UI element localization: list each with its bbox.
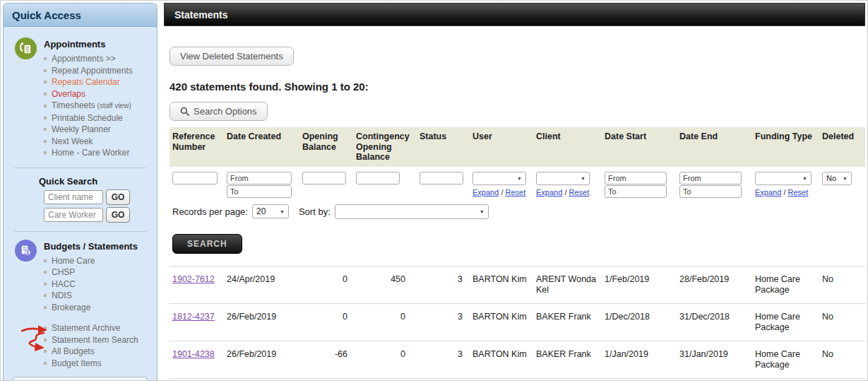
cell-date-created: 26/Feb/2019 bbox=[227, 312, 302, 334]
search-button[interactable]: SEARCH bbox=[172, 234, 242, 254]
sidebar-item-timesheets[interactable]: Timesheets(staff view) bbox=[44, 100, 157, 112]
table-row: 1902-7612 24/Apr/2019 0 450 3 BARTON Kim… bbox=[170, 266, 865, 303]
sidebar-item-weekly-planner[interactable]: Weekly Planner bbox=[44, 124, 157, 136]
bullet-icon bbox=[44, 57, 47, 60]
table-row: 1901-4238 26/Feb/2019 -66 0 3 BARTON Kim… bbox=[170, 341, 865, 379]
sidebar-item-next-week[interactable]: Next Week bbox=[44, 136, 157, 148]
budgets-heading: Budgets / Statements bbox=[44, 240, 157, 252]
sidebar-item-budget-items[interactable]: Budget Items bbox=[44, 358, 157, 370]
records-per-page-label: Records per page: bbox=[172, 206, 248, 217]
sidebar-item-statement-archive[interactable]: Statement Archive bbox=[44, 322, 157, 334]
bullet-icon bbox=[44, 81, 47, 83]
care-worker-go-button[interactable]: GO bbox=[106, 207, 130, 223]
date-end-from-input[interactable] bbox=[679, 172, 742, 184]
search-options-button[interactable]: Search Options bbox=[170, 102, 268, 121]
user-expand-link[interactable]: Expand bbox=[472, 188, 499, 197]
client-go-button[interactable]: GO bbox=[106, 189, 130, 205]
sidebar-item-overlaps[interactable]: Overlaps bbox=[44, 88, 157, 100]
cell-deleted: No bbox=[822, 274, 865, 296]
sidebar-item-home-care[interactable]: Home Care bbox=[44, 255, 157, 267]
cell-opening-balance: 0 bbox=[302, 312, 356, 334]
sidebar-item-brokerage[interactable]: Brokerage bbox=[44, 302, 157, 314]
budgets-list: Home Care CHSP HACC NDIS Brokerage State… bbox=[44, 255, 157, 370]
sidebar-item-repeats-calendar[interactable]: Repeats Calendar bbox=[44, 76, 157, 88]
chevron-down-icon: ▼ bbox=[581, 176, 585, 181]
cell-contingency: 450 bbox=[356, 274, 420, 296]
date-end-to-input[interactable] bbox=[679, 185, 742, 198]
filter-row: ▼ Expand / Reset ▼ Expand / Reset ▼ bbox=[170, 167, 865, 199]
sidebar-item-chsp[interactable]: CHSP bbox=[44, 266, 157, 279]
cell-status: 3 bbox=[420, 274, 472, 296]
chevron-down-icon: ▼ bbox=[517, 176, 522, 181]
care-worker-name-input[interactable] bbox=[44, 208, 103, 222]
cell-date-start: 1/Feb/2019 bbox=[605, 274, 679, 296]
cell-deleted: No bbox=[822, 349, 865, 371]
user-filter-select[interactable]: ▼ bbox=[472, 172, 526, 185]
col-date-start: Date Start bbox=[605, 131, 679, 163]
cell-date-end: 28/Feb/2019 bbox=[679, 274, 755, 296]
sidebar-item-ndis[interactable]: NDIS bbox=[44, 290, 157, 302]
cell-date-created: 26/Feb/2019 bbox=[227, 349, 302, 371]
date-start-to-input[interactable] bbox=[605, 185, 667, 198]
cell-date-start: 1/Dec/2018 bbox=[605, 312, 679, 334]
client-filter-links: Expand / Reset bbox=[536, 188, 605, 197]
sidebar-item-appointments[interactable]: Appointments >> bbox=[44, 53, 157, 65]
bullet-icon bbox=[44, 283, 47, 286]
funding-reset-link[interactable]: Reset bbox=[788, 188, 809, 197]
sidebar-item-printable-schedule[interactable]: Printable Schedule bbox=[44, 112, 157, 124]
cell-user: BARTON Kim bbox=[472, 349, 536, 371]
col-client: Client bbox=[536, 131, 605, 163]
col-user: User bbox=[472, 131, 536, 163]
col-status: Status bbox=[420, 131, 472, 163]
table-row: 1812-4237 26/Feb/2019 0 0 3 BARTON Kim B… bbox=[170, 303, 865, 341]
date-created-to-input[interactable] bbox=[227, 185, 292, 198]
reference-number-filter-input[interactable] bbox=[172, 172, 218, 184]
results-summary: 420 statements found. Showing 1 to 20: bbox=[170, 81, 865, 93]
chevron-down-icon: ▼ bbox=[843, 176, 848, 181]
funding-type-filter-select[interactable]: ▼ bbox=[755, 172, 811, 185]
date-start-from-input[interactable] bbox=[605, 172, 667, 184]
date-created-from-input[interactable] bbox=[227, 172, 292, 184]
sidebar-item-repeat-appointments[interactable]: Repeat Appointments bbox=[44, 65, 157, 77]
chevron-down-icon: ▼ bbox=[480, 209, 484, 214]
sidebar-item-statement-item-search[interactable]: Statement Item Search bbox=[44, 334, 157, 346]
sidebar-divider bbox=[13, 231, 147, 232]
phone-appointments-icon bbox=[15, 37, 37, 59]
cell-client: BAKER Frank bbox=[536, 312, 605, 334]
col-date-end: Date End bbox=[679, 131, 755, 163]
client-reset-link[interactable]: Reset bbox=[569, 188, 590, 197]
user-filter-links: Expand / Reset bbox=[472, 188, 536, 197]
sort-by-select[interactable]: ▼ bbox=[335, 204, 489, 219]
sidebar-item-all-budgets[interactable]: All Budgets bbox=[44, 346, 157, 358]
client-name-input[interactable] bbox=[44, 190, 103, 204]
sidebar-item-home-care-worker[interactable]: Home - Care Worker bbox=[44, 147, 157, 159]
chevron-down-icon: ▼ bbox=[802, 176, 807, 181]
sort-by-label: Sort by: bbox=[299, 206, 331, 217]
user-reset-link[interactable]: Reset bbox=[506, 188, 526, 197]
col-contingency-opening-balance: Contingency Opening Balance bbox=[356, 131, 420, 163]
contingency-filter-input[interactable] bbox=[356, 172, 400, 184]
view-deleted-statements-button[interactable]: View Deleted Statements bbox=[170, 47, 294, 66]
deleted-filter-select[interactable]: No▼ bbox=[822, 172, 852, 185]
sidebar-divider bbox=[13, 168, 147, 168]
col-date-created: Date Created bbox=[227, 131, 302, 163]
cell-date-end: 31/Dec/2018 bbox=[679, 312, 755, 334]
sidebar-item-hacc[interactable]: HACC bbox=[44, 279, 157, 291]
table-header-row: Reference Number Date Created Opening Ba… bbox=[170, 127, 865, 167]
red-annotation-arrow-icon bbox=[20, 323, 52, 357]
reference-link[interactable]: 1901-4238 bbox=[172, 349, 215, 359]
cell-client: ARENT Wonda Kel bbox=[536, 274, 605, 296]
client-expand-link[interactable]: Expand bbox=[536, 188, 562, 197]
funding-expand-link[interactable]: Expand bbox=[755, 188, 781, 197]
reference-link[interactable]: 1812-4237 bbox=[172, 312, 215, 322]
records-per-page-select[interactable]: 20▼ bbox=[252, 204, 289, 218]
status-filter-input[interactable] bbox=[420, 172, 463, 184]
cell-contingency: 0 bbox=[356, 312, 420, 334]
client-filter-select[interactable]: ▼ bbox=[536, 172, 590, 185]
cell-status: 3 bbox=[420, 312, 472, 334]
opening-balance-filter-input[interactable] bbox=[302, 172, 346, 184]
reference-link[interactable]: 1902-7612 bbox=[172, 274, 215, 284]
appointments-section: Appointments Appointments >> Repeat Appo… bbox=[4, 37, 157, 159]
sidebar-title: Quick Access bbox=[4, 4, 157, 27]
appointments-heading: Appointments bbox=[44, 37, 157, 49]
